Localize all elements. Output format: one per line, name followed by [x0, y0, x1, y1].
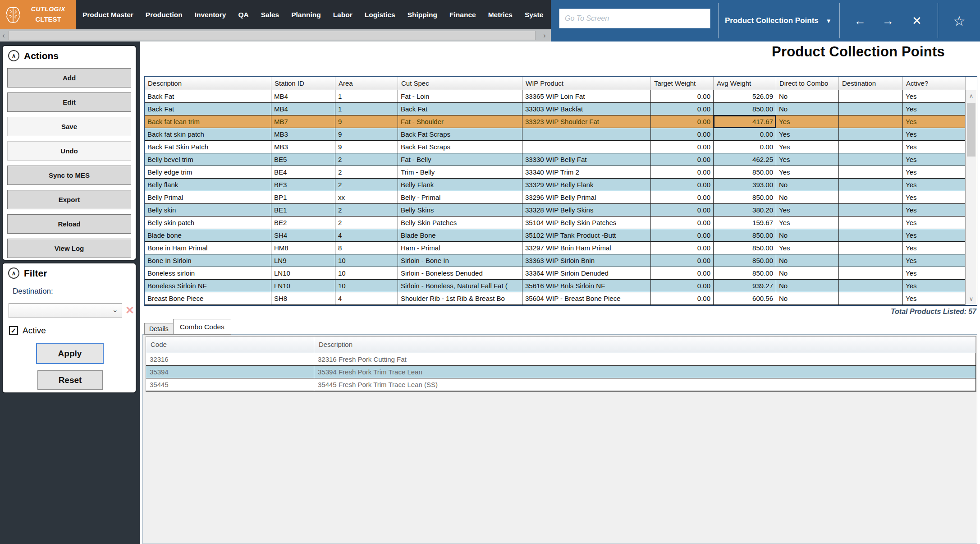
back-icon[interactable]: ←: [850, 0, 870, 41]
column-header[interactable]: Area: [335, 77, 398, 90]
table-row[interactable]: Bone In SirloinLN910Sirloin - Bone In333…: [145, 254, 977, 267]
table-cell[interactable]: 0.00: [651, 292, 714, 305]
table-cell[interactable]: 0.00: [651, 242, 714, 254]
undo-button[interactable]: Undo: [7, 141, 131, 161]
table-cell[interactable]: Belly Skin Patches: [398, 217, 522, 229]
table-cell[interactable]: 35102 WIP Tank Product -Butt: [522, 229, 651, 242]
table-cell[interactable]: Belly skin: [145, 204, 271, 217]
table-cell[interactable]: Yes: [776, 128, 839, 141]
table-cell[interactable]: [522, 128, 651, 141]
table-cell[interactable]: 9: [335, 128, 398, 141]
combo-cell[interactable]: 35394 Fresh Pork Trim Trace Lean: [314, 366, 976, 378]
column-header[interactable]: Active?: [903, 77, 966, 90]
table-cell[interactable]: 393.00: [714, 179, 776, 191]
reload-button[interactable]: Reload: [7, 214, 131, 234]
table-cell[interactable]: Belly bevel trim: [145, 153, 271, 166]
table-cell[interactable]: 1: [335, 103, 398, 115]
table-cell[interactable]: 33330 WIP Belly Fat: [522, 153, 651, 166]
scroll-down-icon[interactable]: ∨: [966, 293, 977, 305]
nav-item[interactable]: Metrics: [488, 11, 513, 19]
horizontal-scrollbar[interactable]: ‹ ›: [0, 29, 551, 41]
combo-cell[interactable]: 35445 Fresh Pork Trim Trace Lean (SS): [314, 378, 976, 391]
table-cell[interactable]: 526.09: [714, 90, 776, 103]
table-cell[interactable]: 33365 WIP Loin Fat: [522, 90, 651, 103]
favorite-icon[interactable]: ☆: [949, 0, 969, 41]
table-cell[interactable]: 850.00: [714, 254, 776, 267]
tab-combo-codes[interactable]: Combo Codes: [173, 319, 231, 335]
table-cell[interactable]: BP1: [271, 191, 335, 204]
table-cell[interactable]: xx: [335, 191, 398, 204]
table-cell[interactable]: 850.00: [714, 166, 776, 179]
table-cell[interactable]: 380.20: [714, 204, 776, 217]
save-button[interactable]: Save: [7, 117, 131, 136]
table-cell[interactable]: 2: [335, 153, 398, 166]
table-cell[interactable]: 0.00: [651, 217, 714, 229]
table-cell[interactable]: Yes: [776, 153, 839, 166]
table-cell[interactable]: 0.00: [651, 166, 714, 179]
table-cell[interactable]: BE1: [271, 204, 335, 217]
table-cell[interactable]: Belly Primal: [145, 191, 271, 204]
table-row[interactable]: Belly flankBE32Belly Flank33329 WIP Bell…: [145, 179, 977, 191]
table-cell[interactable]: Yes: [903, 179, 966, 191]
table-row[interactable]: Belly edge trimBE42Trim - Belly33340 WIP…: [145, 166, 977, 179]
table-cell[interactable]: 0.00: [651, 229, 714, 242]
table-cell[interactable]: Back Fat: [145, 90, 271, 103]
table-cell[interactable]: Yes: [776, 242, 839, 254]
table-cell[interactable]: BE2: [271, 217, 335, 229]
column-header[interactable]: Destination: [839, 77, 903, 90]
table-cell[interactable]: No: [776, 90, 839, 103]
table-cell[interactable]: 10: [335, 267, 398, 280]
table-cell[interactable]: [839, 90, 903, 103]
table-cell[interactable]: Yes: [903, 191, 966, 204]
table-cell[interactable]: LN10: [271, 267, 335, 280]
table-cell[interactable]: [839, 191, 903, 204]
table-row[interactable]: Belly PrimalBP1xxBelly - Primal33296 WIP…: [145, 191, 977, 204]
column-header[interactable]: Station ID: [271, 77, 335, 90]
table-cell[interactable]: 600.56: [714, 292, 776, 305]
sync-to-mes-button[interactable]: Sync to MES: [7, 166, 131, 185]
table-cell[interactable]: Sirloin - Bone In: [398, 254, 522, 267]
table-cell[interactable]: Yes: [903, 267, 966, 280]
table-cell[interactable]: Yes: [776, 115, 839, 128]
horizontal-scrollbar-thumb[interactable]: [8, 31, 536, 40]
nav-item[interactable]: Production: [146, 11, 183, 19]
table-cell[interactable]: 0.00: [651, 153, 714, 166]
table-cell[interactable]: 33340 WIP Trim 2: [522, 166, 651, 179]
table-cell[interactable]: 0.00: [651, 141, 714, 153]
table-cell[interactable]: Fat - Belly: [398, 153, 522, 166]
table-cell[interactable]: 939.27: [714, 280, 776, 292]
nav-item[interactable]: QA: [238, 11, 248, 19]
table-cell[interactable]: No: [776, 179, 839, 191]
table-cell[interactable]: 33323 WIP Shoulder Fat: [522, 115, 651, 128]
table-cell[interactable]: [839, 254, 903, 267]
table-cell[interactable]: MB3: [271, 128, 335, 141]
table-cell[interactable]: [839, 267, 903, 280]
combo-cell[interactable]: 35394: [146, 366, 314, 378]
nav-item[interactable]: Logistics: [365, 11, 395, 19]
nav-item[interactable]: Labor: [333, 11, 353, 19]
table-cell[interactable]: Blade Bone: [398, 229, 522, 242]
active-checkbox[interactable]: ✓: [9, 326, 18, 335]
table-cell[interactable]: 2: [335, 179, 398, 191]
table-cell[interactable]: Yes: [903, 229, 966, 242]
table-cell[interactable]: 33296 WIP Belly Primal: [522, 191, 651, 204]
table-row[interactable]: Belly bevel trimBE52Fat - Belly33330 WIP…: [145, 153, 977, 166]
table-cell[interactable]: 0.00: [651, 90, 714, 103]
table-cell[interactable]: Yes: [776, 141, 839, 153]
table-cell[interactable]: Yes: [903, 103, 966, 115]
combo-column-header[interactable]: Description: [314, 337, 976, 353]
view-log-button[interactable]: View Log: [7, 239, 131, 258]
table-cell[interactable]: [839, 128, 903, 141]
table-cell[interactable]: [839, 280, 903, 292]
scroll-left-icon[interactable]: ‹: [0, 29, 7, 41]
table-cell[interactable]: Belly edge trim: [145, 166, 271, 179]
table-cell[interactable]: Back Fat: [145, 103, 271, 115]
clear-destination-icon[interactable]: ✕: [125, 304, 134, 317]
table-cell[interactable]: Yes: [903, 166, 966, 179]
table-cell[interactable]: Back Fat Scraps: [398, 141, 522, 153]
forward-icon[interactable]: →: [878, 0, 898, 41]
table-cell[interactable]: 9: [335, 141, 398, 153]
table-cell[interactable]: LN10: [271, 280, 335, 292]
table-cell[interactable]: Yes: [776, 166, 839, 179]
table-cell[interactable]: Yes: [776, 217, 839, 229]
